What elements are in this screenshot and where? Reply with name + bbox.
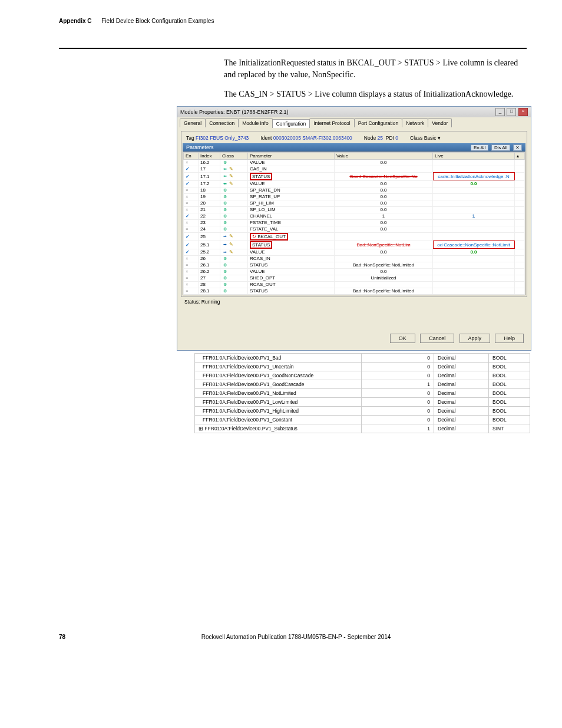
- col-class[interactable]: Class: [220, 152, 248, 159]
- row-live: 0.0: [433, 180, 515, 187]
- col-scroll-up[interactable]: ▴: [515, 152, 525, 159]
- tag-label: Tag: [186, 135, 194, 141]
- row-live: [433, 219, 515, 226]
- apply-button[interactable]: Apply: [459, 334, 491, 343]
- row-index: 20: [199, 200, 220, 206]
- enable-all-button[interactable]: En All: [471, 144, 488, 151]
- col-value[interactable]: Value: [335, 152, 433, 159]
- row-live: [433, 255, 515, 262]
- row-live: [433, 193, 515, 200]
- tag-name[interactable]: FFR01:0A:FieldDevice00.PV1_GoodCascade: [195, 380, 362, 388]
- row-class-icon: ⚙: [220, 159, 248, 166]
- close-panel-button[interactable]: X: [513, 144, 522, 151]
- row-enable[interactable]: ✓: [184, 249, 199, 255]
- class-value[interactable]: Basic: [424, 135, 437, 141]
- tab-connection[interactable]: Connection: [205, 118, 239, 127]
- tag-type: BOOL: [489, 397, 530, 406]
- row-class-icon: ➡ ✎: [220, 241, 248, 249]
- minimize-icon[interactable]: _: [495, 108, 505, 116]
- tag-type: BOOL: [489, 353, 530, 362]
- row-enable[interactable]: ✓: [184, 172, 199, 180]
- row-enable[interactable]: ×: [184, 159, 199, 166]
- tab-configuration[interactable]: Configuration: [272, 119, 310, 128]
- tab-general[interactable]: General: [180, 118, 206, 127]
- row-enable[interactable]: ×: [184, 255, 199, 262]
- row-index: 16.2: [199, 159, 220, 166]
- row-enable[interactable]: ×: [184, 268, 199, 275]
- row-enable[interactable]: ×: [184, 200, 199, 206]
- tag-name[interactable]: FFR01:0A:FieldDevice00.PV1_Bad: [195, 353, 362, 362]
- ok-button[interactable]: OK: [390, 334, 415, 343]
- ident-label: Ident: [260, 135, 272, 141]
- row-class-icon: ⚙: [220, 275, 248, 281]
- col-en[interactable]: En: [184, 152, 199, 159]
- row-parameter: FSTATE_TIME: [248, 219, 335, 226]
- tab-vendor[interactable]: Vendor: [428, 118, 452, 127]
- row-enable[interactable]: ✓: [184, 166, 199, 172]
- tag-name[interactable]: FFR01:0A:FieldDevice00.PV1_HighLimited: [195, 406, 362, 415]
- tab-network[interactable]: Network: [402, 118, 428, 127]
- row-live: 1: [433, 213, 515, 219]
- row-class-icon: ⚙: [220, 219, 248, 226]
- tag-name[interactable]: FFR01:0A:FieldDevice00.PV1_Uncertain: [195, 362, 362, 371]
- row-enable[interactable]: ×: [184, 219, 199, 226]
- row-enable[interactable]: ✓: [184, 213, 199, 219]
- row-enable[interactable]: ✓: [184, 232, 199, 241]
- parameters-grid[interactable]: En Index Class Parameter Value Live ▴ ×1…: [183, 151, 525, 295]
- maximize-icon[interactable]: □: [507, 108, 516, 116]
- row-enable[interactable]: ×: [184, 226, 199, 232]
- row-enable[interactable]: ×: [184, 262, 199, 268]
- node-label: Node: [364, 135, 376, 141]
- tag-value: 0: [362, 406, 434, 415]
- row-index: 23: [199, 219, 220, 226]
- tag-format: Decimal: [434, 362, 489, 371]
- appendix-title: Field Device Block Configuration Example…: [101, 18, 214, 24]
- row-enable[interactable]: ✓: [184, 241, 199, 249]
- tag-name[interactable]: FFR01:0A:FieldDevice00.PV1_Constant: [195, 415, 362, 424]
- tab-module-info[interactable]: Module Info: [238, 118, 272, 127]
- help-button[interactable]: Help: [495, 334, 524, 343]
- col-parameter[interactable]: Parameter: [248, 152, 335, 159]
- tab-internet-protocol[interactable]: Internet Protocol: [309, 118, 354, 127]
- controller-tags-table[interactable]: FFR01:0A:FieldDevice00.PV1_Bad0DecimalBO…: [194, 353, 530, 433]
- row-index: 26.2: [199, 268, 220, 275]
- tag-name[interactable]: ⊞ FFR01:0A:FieldDevice00.PV1_SubStatus: [195, 424, 362, 433]
- tag-format: Decimal: [434, 388, 489, 397]
- col-index[interactable]: Index: [199, 152, 220, 159]
- tag-name[interactable]: FFR01:0A:FieldDevice00.PV1_GoodNonCascad…: [195, 371, 362, 380]
- close-icon[interactable]: ×: [518, 108, 528, 116]
- row-parameter: SP_RATE_DN: [248, 187, 335, 193]
- row-live: [433, 288, 515, 294]
- row-enable[interactable]: ✓: [184, 180, 199, 187]
- row-parameter: FSTATE_VAL: [248, 226, 335, 232]
- row-live: 0.0: [433, 249, 515, 255]
- row-parameter: SHED_OPT: [248, 275, 335, 281]
- tag-format: Decimal: [434, 380, 489, 388]
- cancel-button[interactable]: Cancel: [420, 334, 454, 343]
- row-enable[interactable]: ×: [184, 193, 199, 200]
- tag-type: BOOL: [489, 415, 530, 424]
- row-enable[interactable]: ×: [184, 275, 199, 281]
- tab-port-configuration[interactable]: Port Configuration: [354, 118, 403, 127]
- window-title: Module Properties: ENBT (1788-EN2FFR 2.1…: [180, 109, 288, 115]
- module-properties-window: Module Properties: ENBT (1788-EN2FFR 2.1…: [177, 106, 531, 351]
- parameters-section-title: Parameters: [186, 144, 214, 150]
- row-live: [433, 268, 515, 275]
- col-live[interactable]: Live: [433, 152, 515, 159]
- tag-format: Decimal: [434, 415, 489, 424]
- tag-name[interactable]: FFR01:0A:FieldDevice00.PV1_NotLimited: [195, 388, 362, 397]
- row-class-icon: ⚙: [220, 213, 248, 219]
- row-index: 25.1: [199, 241, 220, 249]
- row-enable[interactable]: ×: [184, 288, 199, 294]
- row-enable[interactable]: ×: [184, 206, 199, 213]
- row-enable[interactable]: ×: [184, 281, 199, 288]
- row-class-icon: ⚙: [220, 187, 248, 193]
- row-class-icon: ⚙: [220, 288, 248, 294]
- row-index: 28: [199, 281, 220, 288]
- row-enable[interactable]: ×: [184, 187, 199, 193]
- row-class-icon: ➡ ✎: [220, 249, 248, 255]
- row-value: 1: [335, 213, 433, 219]
- row-index: 25: [199, 232, 220, 241]
- tag-name[interactable]: FFR01:0A:FieldDevice00.PV1_LowLimited: [195, 397, 362, 406]
- disable-all-button[interactable]: Dis All: [491, 144, 510, 151]
